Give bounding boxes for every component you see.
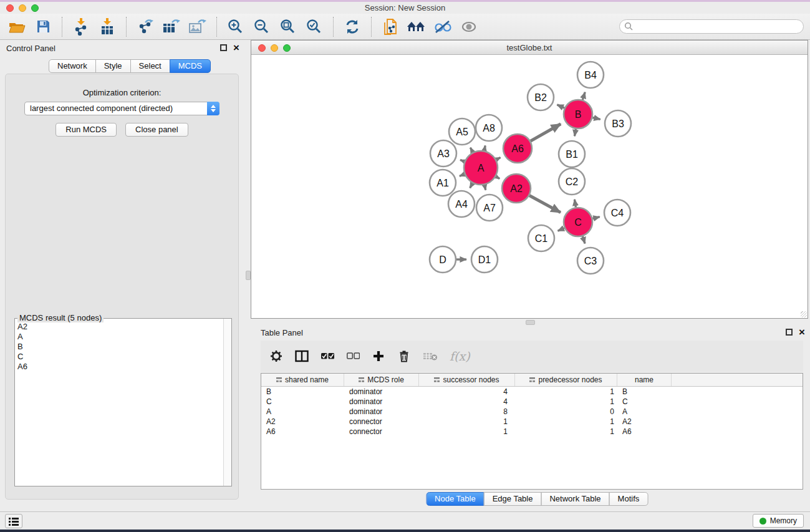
mcds-result-item[interactable]: A2 [17,322,223,332]
tab-edge-table[interactable]: Edge Table [484,492,542,506]
table-cell[interactable]: 8 [419,407,515,417]
column-header-name[interactable]: name [617,374,672,386]
column-header-mcds-role[interactable]: MCDS role [344,374,419,386]
table-cell[interactable]: dominator [344,387,419,397]
graph-edge-A-A4[interactable] [470,183,473,188]
graph-node-C4[interactable]: C4 [604,200,630,226]
graph-node-D[interactable]: D [430,246,456,273]
close-panel-icon[interactable]: × [233,44,239,51]
zoom-selected-button[interactable] [301,16,327,38]
delete-row-button[interactable] [397,350,411,362]
zoom-fit-button[interactable] [275,16,301,38]
hide-glasses-button[interactable] [430,16,456,38]
mcds-result-list[interactable]: A2ABCA6 [15,319,223,486]
network-zoom-button[interactable] [283,44,291,52]
graph-edge-A-A6[interactable] [496,157,501,160]
zoom-in-button[interactable] [223,16,249,38]
graph-node-B1[interactable]: B1 [559,141,585,167]
table-cell[interactable]: 1 [515,427,617,437]
graph-edge-C-C1[interactable] [558,228,565,231]
tab-style[interactable]: Style [95,59,131,73]
column-header-predecessor-nodes[interactable]: predecessor nodes [515,374,617,386]
tab-select[interactable]: Select [130,59,170,73]
table-settings-button[interactable] [269,350,283,362]
table-row[interactable]: Adominator80A [261,407,803,417]
table-cell[interactable]: B [617,387,672,397]
mcds-result-item[interactable]: A [17,332,223,342]
float-panel-icon[interactable] [220,44,227,51]
graph-edge-A-A8[interactable] [485,145,486,150]
graph-edge-B-B3[interactable] [592,117,600,119]
graph-edge-A-A3[interactable] [460,160,465,162]
graph-node-A6[interactable]: A6 [503,134,532,163]
network-close-button[interactable] [258,44,266,52]
table-cell[interactable]: 4 [419,397,515,407]
table-row[interactable]: Cdominator41C [261,397,803,407]
graph-node-A4[interactable]: A4 [448,191,475,217]
table-cell[interactable]: dominator [344,397,419,407]
graph-edge-A2-C[interactable] [529,195,561,212]
graph-node-C3[interactable]: C3 [577,248,604,274]
show-columns-button[interactable] [295,350,309,362]
graph-node-A3[interactable]: A3 [430,140,456,167]
deselect-all-button[interactable] [346,352,360,360]
import-table-button[interactable] [94,16,120,38]
network-minimize-button[interactable] [271,44,278,52]
result-list-scrollbar[interactable] [223,319,231,486]
memory-button[interactable]: Memory [753,514,804,528]
zoom-window-button[interactable] [31,4,39,12]
select-all-button[interactable] [321,352,334,360]
graph-edge-A-A5[interactable] [470,148,473,152]
table-cell[interactable]: A2 [261,417,344,427]
delete-table-button[interactable] [423,351,438,361]
mcds-result-item[interactable]: C [17,352,223,362]
graph-edge-C-C4[interactable] [592,217,599,219]
table-cell[interactable]: 1 [515,417,617,427]
graph-edge-C-C2[interactable] [574,200,576,208]
mcds-result-item[interactable]: A6 [17,362,223,372]
graph-node-A7[interactable]: A7 [476,195,503,221]
table-cell[interactable]: A [617,407,672,417]
refresh-layout-button[interactable] [339,16,365,38]
table-cell[interactable]: dominator [344,407,419,417]
column-header-successor-nodes[interactable]: successor nodes [419,374,515,386]
table-row[interactable]: A6connector11A6 [261,427,803,437]
table-cell[interactable]: 4 [419,387,515,397]
graph-node-B4[interactable]: B4 [577,62,604,88]
minimize-window-button[interactable] [19,4,26,12]
close-table-panel-icon[interactable]: × [799,329,805,336]
graph-edge-B-B1[interactable] [574,129,576,137]
graph-node-C2[interactable]: C2 [559,168,585,195]
tab-network[interactable]: Network [49,59,96,73]
graph-edge-A-A1[interactable] [460,174,465,176]
houses-button[interactable] [403,16,430,38]
tab-motifs[interactable]: Motifs [609,492,648,506]
graph-node-B2[interactable]: B2 [528,84,554,110]
graph-edge-A-A2[interactable] [496,177,499,178]
export-network-button[interactable] [132,16,158,38]
tab-mcds[interactable]: MCDS [170,59,211,73]
table-row[interactable]: Bdominator41B [261,387,803,397]
graph-node-C1[interactable]: C1 [528,225,554,251]
graph-edge-A-A7[interactable] [485,185,486,190]
table-cell[interactable]: A6 [617,427,672,437]
graph-node-D1[interactable]: D1 [471,246,498,273]
tab-node-table[interactable]: Node Table [426,492,485,506]
table-cell[interactable]: A2 [617,417,672,427]
graph-node-B3[interactable]: B3 [605,110,631,137]
graph-node-A1[interactable]: A1 [430,170,456,196]
mcds-result-item[interactable]: B [17,342,223,352]
close-window-button[interactable] [6,4,14,12]
table-cell[interactable]: 1 [419,417,515,427]
import-network-button[interactable] [68,16,94,38]
save-session-button[interactable] [30,16,56,38]
function-builder-button[interactable]: f(x) [450,349,470,363]
table-cell[interactable]: A6 [261,427,344,437]
table-cell[interactable]: 1 [515,397,617,407]
zoom-out-button[interactable] [249,16,275,38]
open-session-button[interactable] [4,16,30,38]
close-panel-button[interactable]: Close panel [125,123,188,137]
export-table-button[interactable] [158,16,185,38]
show-task-history-button[interactable] [5,514,22,528]
vertical-splitter-handle[interactable] [246,271,251,280]
